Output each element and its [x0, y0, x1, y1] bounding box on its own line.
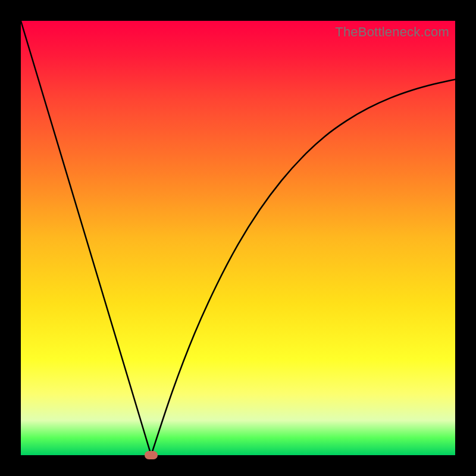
curve-path — [21, 21, 455, 455]
bottleneck-curve — [21, 21, 455, 455]
optimum-marker — [145, 451, 158, 459]
chart-area: TheBottleneck.com — [21, 21, 455, 455]
